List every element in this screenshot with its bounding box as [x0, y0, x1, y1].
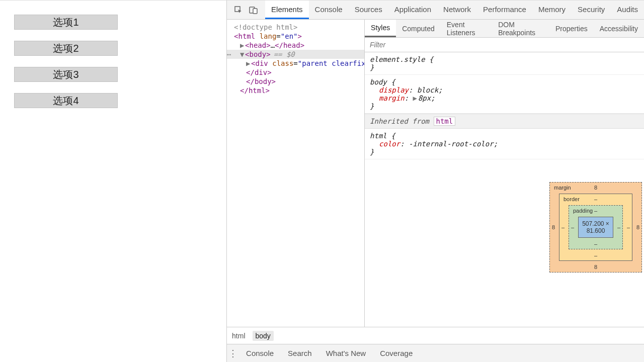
option-button-4[interactable]: 选项4	[14, 93, 118, 108]
dom-tree[interactable]: <!doctype html> <html lang="en"> ▶<head>…	[227, 20, 365, 327]
crumb-body[interactable]: body	[253, 331, 274, 341]
subtab-computed[interactable]: Computed	[396, 20, 441, 37]
inspect-icon[interactable]	[234, 6, 243, 15]
dom-breadcrumbs[interactable]: html body	[227, 327, 365, 344]
tab-sources[interactable]: Sources	[349, 1, 388, 19]
box-model-content-size: 507.200 × 81.600	[578, 217, 613, 238]
styles-panel: Styles Computed Event Listeners DOM Brea…	[365, 20, 644, 327]
drawer-tab-console[interactable]: Console	[239, 349, 281, 357]
tab-application[interactable]: Application	[388, 1, 437, 19]
drawer-menu-icon[interactable]: ⋮	[227, 348, 239, 359]
tab-console[interactable]: Console	[309, 1, 349, 19]
subtab-dom-breakpoints[interactable]: DOM Breakpoints	[492, 20, 549, 37]
devtools-main-tabs: Elements Console Sources Application Net…	[265, 1, 644, 19]
drawer-tab-search[interactable]: Search	[281, 349, 319, 357]
tab-memory[interactable]: Memory	[532, 1, 572, 19]
tab-audits[interactable]: Audits	[611, 1, 644, 19]
rule-body[interactable]: body { display: block; margin: ▶8px; }	[365, 75, 644, 114]
devtools-panel: Elements Console Sources Application Net…	[226, 0, 644, 362]
tab-performance[interactable]: Performance	[477, 1, 532, 19]
tab-security[interactable]: Security	[572, 1, 611, 19]
dom-selected-body[interactable]: ▼<body>== $0	[227, 50, 364, 59]
rule-html[interactable]: html { color: -internal-root-color; }	[365, 129, 644, 159]
tab-network[interactable]: Network	[437, 1, 477, 19]
page-viewport: 选项1 选项2 选项3 选项4	[0, 0, 226, 362]
rule-element-style[interactable]: element.style { }	[365, 52, 644, 75]
devtools-drawer: ⋮ Console Search What's New Coverage	[227, 344, 644, 362]
subtab-styles[interactable]: Styles	[365, 20, 396, 37]
inherited-from-bar: Inherited from html	[365, 114, 644, 129]
option-button-2[interactable]: 选项2	[14, 41, 118, 56]
option-button-3[interactable]: 选项3	[14, 67, 118, 82]
subtab-properties[interactable]: Properties	[549, 20, 594, 37]
drawer-tab-whats-new[interactable]: What's New	[319, 349, 373, 357]
dom-doctype[interactable]: <!doctype html>	[234, 23, 297, 31]
box-model-diagram[interactable]: margin 8 8 8 8 border – – – –	[549, 182, 642, 273]
option-button-1[interactable]: 选项1	[14, 15, 118, 30]
subtab-event-listeners[interactable]: Event Listeners	[441, 20, 492, 37]
subtab-accessibility[interactable]: Accessibility	[594, 20, 644, 37]
devtools-topbar: Elements Console Sources Application Net…	[227, 1, 644, 20]
device-toggle-icon[interactable]	[249, 6, 258, 15]
svg-rect-2	[253, 9, 257, 14]
styles-filter-input[interactable]	[370, 41, 639, 49]
drawer-tab-coverage[interactable]: Coverage	[373, 349, 420, 357]
crumb-html[interactable]: html	[232, 332, 245, 340]
tab-elements[interactable]: Elements	[265, 1, 309, 19]
